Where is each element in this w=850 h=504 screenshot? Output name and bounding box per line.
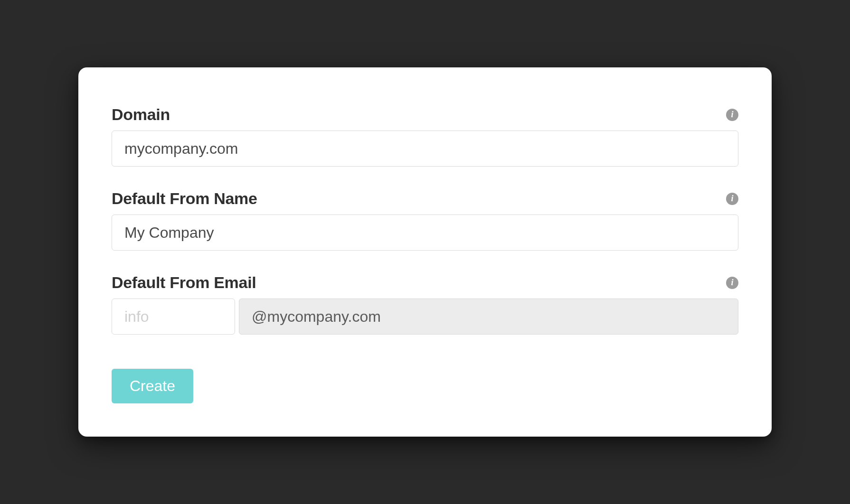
domain-field-group: Domain i [112,105,738,167]
from-email-suffix-text: @mycompany.com [252,308,381,326]
from-email-row: @mycompany.com [112,299,738,335]
from-email-suffix: @mycompany.com [239,299,738,335]
domain-label-row: Domain i [112,105,738,124]
from-email-label: Default From Email [112,273,256,292]
domain-label: Domain [112,105,170,124]
info-icon[interactable]: i [726,277,738,289]
from-name-field-group: Default From Name i [112,189,738,251]
info-icon[interactable]: i [726,193,738,205]
from-name-label: Default From Name [112,189,257,208]
from-name-input[interactable] [112,215,738,251]
from-name-label-row: Default From Name i [112,189,738,208]
from-email-label-row: Default From Email i [112,273,738,292]
domain-input[interactable] [112,131,738,167]
from-email-prefix-input[interactable] [112,299,235,335]
from-email-field-group: Default From Email i @mycompany.com [112,273,738,335]
domain-form-card: Domain i Default From Name i Default Fro… [78,67,772,437]
info-icon[interactable]: i [726,109,738,121]
create-button[interactable]: Create [112,369,193,403]
